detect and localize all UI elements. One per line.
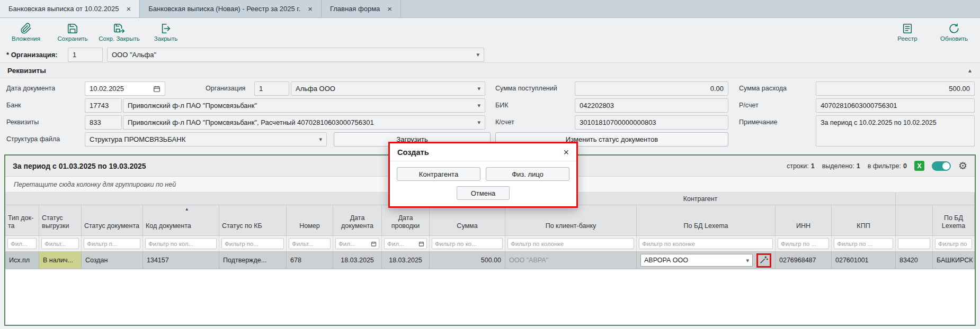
income-value: 0.00 [710,85,724,93]
column-header-bank-lexema-db[interactable]: По БД Lexema [933,205,975,235]
column-header-upload-status[interactable]: Статус выгрузки [39,205,82,235]
tab-bar: Банковская выписка от 10.02.2025 × Банко… [0,0,980,18]
filter-input-doc-type[interactable] [7,238,37,249]
filter-cell [382,236,430,251]
organization-select[interactable]: ООО "Альфа" ▾ [107,48,484,62]
org-name-select[interactable]: Альфа ООО ▾ [291,81,485,96]
cell-bank-lexema-db[interactable]: БАШКИРСК [933,252,975,269]
filter-input-upload-status[interactable] [41,238,79,249]
income-field[interactable]: 0.00 [575,81,728,96]
cell-client-bank[interactable]: ООО "АВРА" [505,252,637,269]
filter-input-client-bank[interactable] [507,238,634,249]
tab-bank-statement[interactable]: Банковская выписка от 10.02.2025 × [0,0,140,17]
close-icon[interactable]: × [127,5,131,13]
column-header-inn[interactable]: ИНН [776,205,832,235]
filter-cell [505,236,637,251]
save-close-button[interactable]: Сохр. Закрыть [97,23,141,42]
save-icon [67,23,78,34]
filter-toggle[interactable] [932,161,951,171]
filter-cell [832,236,896,251]
create-contractor-button[interactable]: Контрагента [397,167,480,181]
column-header-doc-date[interactable]: Дата документа [333,205,382,235]
bik-field[interactable]: 042202803 [575,98,728,113]
column-header-client-bank[interactable]: По клиент-банку [505,205,637,235]
cell-number[interactable]: 678 [287,252,333,269]
gear-icon[interactable]: ⚙ [958,161,967,171]
note-label: Примечание [739,118,777,126]
close-icon[interactable]: × [387,5,392,13]
magic-wand-icon[interactable] [760,255,768,266]
counterparty-select[interactable]: АВРОРА ООО ▾ [640,254,753,267]
file-structure-select[interactable]: Структура ПРОМСВЯЗЬБАНК ▾ [85,132,327,147]
close-icon[interactable]: × [563,148,569,157]
cell-doc-status[interactable]: Создан [82,252,143,269]
bank-code-field[interactable]: 17743 [85,98,122,113]
column-header-number[interactable]: Номер [287,205,333,235]
filter-cell [896,236,933,251]
column-header-lexema-db[interactable]: По БД Lexema [637,205,776,235]
save-button[interactable]: Сохранить [51,23,94,42]
filter-cell [143,236,219,251]
organization-code-field[interactable]: 1 [68,48,103,62]
table-row[interactable]: Исх.пл В налич... Создан 134157 Подтверж… [5,252,975,269]
column-header-amount[interactable]: Сумма [430,205,505,235]
toggle-knob [942,162,950,170]
ks-field[interactable]: 30101810700000000803 [575,115,728,130]
rs-field[interactable]: 40702810603000756301 [816,98,975,113]
filter-input-blank[interactable] [898,238,930,249]
cell-amount[interactable]: 500.00 [430,252,505,269]
filter-input-bank-lexema-db[interactable] [935,238,972,249]
filter-row [5,236,975,252]
registry-button[interactable]: Реестр [886,23,929,42]
tab-bank-statement-registry[interactable]: Банковская выписка (Новая) - Реестр за 2… [140,0,322,17]
cell-posting-date[interactable]: 18.03.2025 [382,252,430,269]
tab-main-form[interactable]: Главная форма × [322,0,401,17]
filter-input-kb-status[interactable] [221,238,284,249]
filter-input-kpp[interactable] [834,238,893,249]
filter-input-doc-code[interactable] [145,238,217,249]
requisites-code-field[interactable]: 833 [85,115,122,130]
button-label: Отмена [471,189,496,197]
close-button[interactable]: Закрыть [144,23,188,42]
requisites-select[interactable]: Приволжский ф-л ПАО "Промсвязьбанк", Рас… [123,115,485,130]
column-header-kpp[interactable]: КПП [832,205,896,235]
filter-input-lexema-db[interactable] [639,238,773,249]
column-header-doc-status[interactable]: Статус документа [82,205,143,235]
chevron-down-icon: ▾ [473,51,479,58]
column-header-doc-type[interactable]: Тип док-та [5,205,39,235]
create-person-button[interactable]: Физ. лицо [486,167,569,181]
doc-date-field[interactable]: 10.02.2025 [85,81,165,96]
refresh-button[interactable]: Обновить [932,23,976,42]
filter-cell [82,236,143,251]
cancel-button[interactable]: Отмена [457,186,510,200]
column-header-doc-code[interactable]: ▲Код документа [143,205,219,235]
column-label: Статус документа [84,222,139,231]
cell-blank[interactable]: 83420 [896,252,933,269]
cell-doc-type[interactable]: Исх.пл [5,252,39,269]
filter-input-amount[interactable] [432,238,503,249]
attachments-button[interactable]: Вложения [4,23,48,42]
filter-input-doc-status[interactable] [84,238,140,249]
button-label: Контрагента [419,170,458,178]
cell-kpp[interactable]: 027601001 [832,252,896,269]
cell-doc-date[interactable]: 18.03.2025 [333,252,382,269]
column-header-posting-date[interactable]: Дата проводки [382,205,430,235]
filter-input-inn[interactable] [778,238,829,249]
filter-input-number[interactable] [289,238,331,249]
org-code-field[interactable]: 1 [254,81,289,96]
column-header-blank[interactable] [896,205,933,235]
expense-field[interactable]: 500.00 [816,81,975,96]
cell-upload-status[interactable]: В налич... [39,252,82,269]
cell-doc-code[interactable]: 134157 [143,252,219,269]
cell-inn[interactable]: 0276968487 [776,252,832,269]
collapse-icon[interactable]: ▲ [967,68,973,74]
column-header-kb-status[interactable]: Статус по КБ [219,205,287,235]
cell-kb-status[interactable]: Подтвержде... [219,252,287,269]
excel-export-icon[interactable]: X [914,161,924,171]
note-field[interactable]: За период с 10.02.2025 по 10.02.2025 [816,115,975,147]
close-icon[interactable]: × [308,5,313,13]
wand-annotation-box [756,253,771,268]
bank-select[interactable]: Приволжский ф-л ПАО "Промсвязьбанк" ▾ [123,98,485,113]
rows-stat: строки:1 [787,162,815,170]
filter-cell [333,236,382,251]
